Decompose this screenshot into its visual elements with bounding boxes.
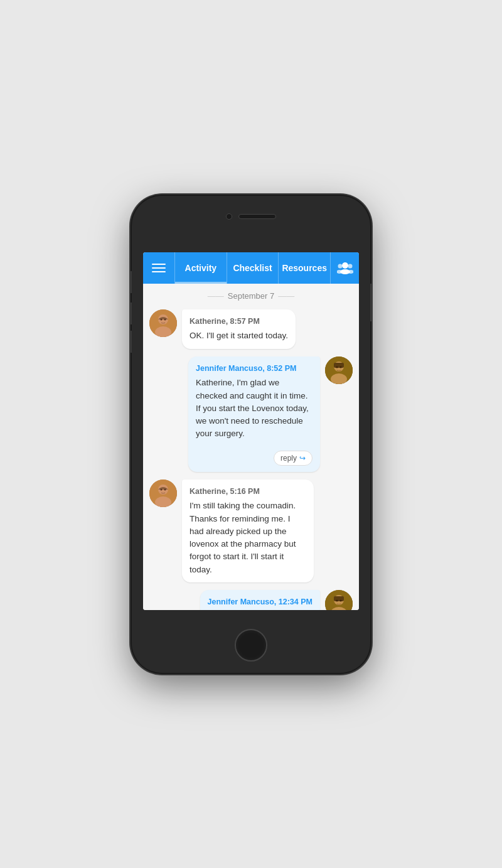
home-button[interactable]: [235, 629, 267, 662]
avatar-katherine: [149, 480, 177, 507]
message-header: Katherine, 5:16 PM: [190, 486, 306, 498]
message-header: Jennifer Mancuso, 8:52 PM: [196, 363, 312, 375]
date-divider: September 7: [143, 284, 359, 306]
menu-button[interactable]: [143, 252, 174, 284]
svg-point-10: [164, 318, 166, 320]
camera-icon: [226, 213, 232, 220]
avatar-katherine: [149, 309, 177, 337]
speaker: [238, 214, 276, 219]
chat-content: September 7 Katherine, 8:57 PM: [143, 284, 359, 610]
svg-point-26: [336, 599, 338, 601]
svg-point-21: [164, 488, 166, 490]
hamburger-line-1: [152, 264, 166, 265]
message-text: I'm still taking the coumadin. Thanks fo…: [190, 500, 306, 576]
tab-resources[interactable]: Resources: [278, 252, 330, 284]
tab-checklist[interactable]: Checklist: [227, 252, 279, 284]
hamburger-line-2: [152, 267, 166, 269]
message-text: Katherine, I'm glad we checked and caugh…: [196, 377, 312, 440]
svg-rect-25: [334, 596, 344, 601]
reply-arrow-icon: ↪: [299, 454, 306, 463]
message-header: Katherine, 8:57 PM: [190, 316, 288, 328]
avatar-jennifer: [325, 356, 353, 384]
message-bubble: Katherine, 5:16 PM I'm still taking the …: [182, 480, 314, 582]
group-icon-button[interactable]: [330, 252, 359, 284]
nav-bar: Activity Checklist Resources: [143, 252, 359, 284]
svg-point-9: [161, 318, 163, 320]
message-bubble: Jennifer Mancuso, 12:34 PM: [200, 590, 320, 610]
group-icon: [337, 261, 353, 275]
reply-label: reply: [280, 454, 297, 463]
message-row: Katherine, 5:16 PM I'm still taking the …: [143, 476, 359, 586]
svg-rect-14: [334, 363, 344, 368]
message-row: Jennifer Mancuso, 12:34 PM: [143, 586, 359, 610]
phone-screen: Activity Checklist Resources September 7: [143, 252, 359, 610]
phone-top-bar: [226, 213, 276, 220]
svg-point-2: [338, 264, 342, 268]
message-bubble: Katherine, 8:57 PM OK. I'll get it start…: [182, 309, 296, 349]
svg-point-0: [342, 262, 348, 269]
tab-activity[interactable]: Activity: [174, 252, 227, 284]
message-row: Katherine, 8:57 PM OK. I'll get it start…: [143, 306, 359, 353]
svg-point-4: [348, 264, 352, 268]
phone-device: Activity Checklist Resources September 7: [132, 196, 370, 673]
message-bubble: Jennifer Mancuso, 8:52 PM Katherine, I'm…: [188, 356, 320, 472]
svg-point-15: [336, 366, 338, 368]
nav-tabs: Activity Checklist Resources: [174, 252, 330, 284]
svg-point-20: [161, 488, 163, 490]
svg-point-27: [340, 599, 342, 601]
avatar-jennifer: [325, 590, 353, 610]
message-row: Jennifer Mancuso, 8:52 PM Katherine, I'm…: [143, 353, 359, 476]
reply-button[interactable]: reply ↪: [274, 451, 312, 466]
hamburger-line-3: [152, 271, 166, 272]
message-header: Jennifer Mancuso, 12:34 PM: [208, 596, 312, 608]
svg-point-16: [340, 366, 342, 368]
message-text: OK. I'll get it started today.: [190, 330, 288, 342]
